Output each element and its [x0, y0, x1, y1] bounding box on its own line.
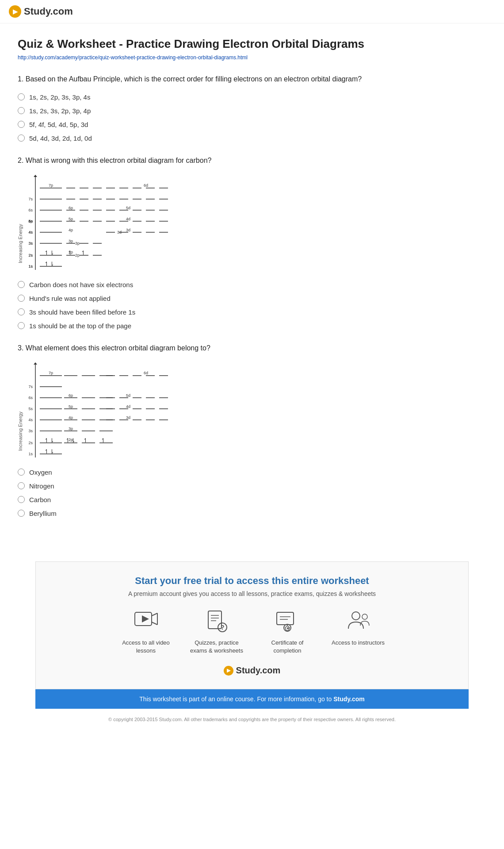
feature-quizzes: ? Quizzes, practice exams & worksheets: [190, 608, 243, 655]
certificate-label: Certificate of completion: [261, 639, 314, 655]
svg-point-177: [362, 614, 367, 619]
svg-text:6d: 6d: [144, 183, 148, 188]
svg-text:1s: 1s: [28, 264, 33, 269]
option-label: 5d, 4d, 3d, 2d, 1d, 0d: [29, 134, 92, 142]
orbital-diagram-wrapper-2: Increasing Energy 1s ↿ ⇂ 2s ↿ ⇂: [18, 362, 380, 460]
svg-text:3s: 3s: [28, 241, 33, 246]
svg-text:6d: 6d: [144, 371, 148, 375]
option-label: 1s should be at the top of the page: [29, 322, 131, 330]
svg-marker-159: [142, 615, 149, 622]
option-label: Oxygen: [29, 469, 52, 476]
svg-text:4p: 4p: [69, 228, 73, 232]
svg-text:⇂: ⇂: [71, 437, 76, 444]
svg-text:4d: 4d: [126, 217, 130, 221]
certificate-icon: ★: [274, 608, 301, 634]
svg-text:2s: 2s: [28, 441, 33, 445]
list-item[interactable]: Carbon: [18, 496, 380, 503]
page-title: Quiz & Worksheet - Practice Drawing Elec…: [18, 37, 380, 52]
svg-text:3p: 3p: [69, 239, 73, 243]
svg-text:2s: 2s: [28, 253, 33, 257]
radio-button[interactable]: [18, 93, 25, 100]
radio-button[interactable]: [18, 510, 25, 517]
option-label: 1s, 2s, 3s, 2p, 3p, 4p: [29, 107, 91, 115]
radio-button[interactable]: [18, 482, 25, 489]
svg-line-160: [152, 613, 157, 616]
option-label: 3s should have been filled before 1s: [29, 308, 135, 316]
svg-text:3p: 3p: [69, 426, 73, 431]
svg-text:5s: 5s: [28, 219, 33, 223]
svg-text:6s: 6s: [28, 208, 33, 212]
list-item[interactable]: Carbon does not have six electrons: [18, 281, 380, 288]
radio-button[interactable]: [18, 121, 25, 128]
footer-logo-text: Study.com: [236, 665, 281, 676]
svg-text:⇂: ⇂: [50, 250, 54, 256]
list-item[interactable]: 1s should be at the top of the page: [18, 322, 380, 330]
option-label: Beryllium: [29, 510, 57, 517]
svg-text:5p: 5p: [69, 404, 73, 409]
svg-text:3p: 3p: [75, 241, 80, 246]
orbital-diagram-wrapper: Increasing Energy 1s ↿ ⇂ 2s ↿: [18, 175, 380, 272]
option-label: Nitrogen: [29, 482, 54, 490]
svg-rect-164: [208, 611, 221, 629]
footer-banner: Start your free trial to access this ent…: [35, 561, 469, 689]
logo-text: Study.com: [24, 6, 73, 17]
svg-text:↿: ↿: [44, 261, 49, 267]
question-2: 2. What is wrong with this electron orbi…: [18, 155, 380, 330]
features-row: Access to all video lessons ? Quizzes, p…: [53, 608, 451, 655]
question-1-options: 1s, 2s, 2p, 3s, 3p, 4s 1s, 2s, 3s, 2p, 3…: [18, 93, 380, 142]
instructor-icon: [345, 608, 371, 634]
svg-text:↿: ↿: [44, 448, 49, 455]
question-3-text: 3. What element does this electron orbit…: [18, 343, 380, 353]
svg-text:↿: ↿: [101, 437, 106, 444]
question-2-options: Carbon does not have six electrons Hund'…: [18, 281, 380, 330]
svg-text:3s: 3s: [28, 429, 33, 433]
radio-button[interactable]: [18, 496, 25, 503]
option-label: 1s, 2s, 2p, 3s, 3p, 4s: [29, 93, 90, 101]
quiz-icon: ?: [203, 608, 230, 634]
list-item[interactable]: 3s should have been filled before 1s: [18, 308, 380, 316]
list-item[interactable]: 1s, 2s, 3s, 2p, 3p, 4p: [18, 107, 380, 115]
cta-bar[interactable]: This worksheet is part of an online cour…: [35, 689, 469, 709]
feature-video: Access to all video lessons: [119, 608, 172, 655]
list-item[interactable]: Nitrogen: [18, 482, 380, 490]
svg-text:1s: 1s: [28, 452, 33, 456]
svg-text:7s: 7s: [28, 197, 33, 201]
svg-text:4p: 4p: [69, 415, 73, 420]
radio-button[interactable]: [18, 322, 25, 329]
radio-button[interactable]: [18, 107, 25, 114]
list-item[interactable]: 5d, 4d, 3d, 2d, 1d, 0d: [18, 134, 380, 142]
radio-button[interactable]: [18, 281, 25, 288]
svg-text:3d: 3d: [126, 415, 130, 420]
cta-link[interactable]: Study.com: [333, 695, 365, 703]
radio-button[interactable]: [18, 134, 25, 142]
radio-button[interactable]: [18, 469, 25, 476]
feature-instructors: Access to instructors: [332, 608, 385, 655]
option-label: Carbon: [29, 496, 51, 503]
list-item[interactable]: 5f, 4f, 5d, 4d, 5p, 3d: [18, 121, 380, 128]
svg-text:5s: 5s: [28, 407, 33, 411]
svg-text:7s: 7s: [28, 384, 33, 389]
svg-text:4d: 4d: [126, 404, 130, 409]
list-item[interactable]: 1s, 2s, 2p, 3s, 3p, 4s: [18, 93, 380, 101]
option-label: Carbon does not have six electrons: [29, 281, 133, 288]
orbital-diagram-carbon: Increasing Energy 1s ↿ ⇂ 2s ↿: [18, 175, 380, 272]
svg-text:↿: ↿: [44, 250, 49, 256]
list-item[interactable]: Hund's rule was not applied: [18, 295, 380, 302]
orbital-diagram-question3: Increasing Energy 1s ↿ ⇂ 2s ↿ ⇂: [18, 362, 380, 460]
radio-button[interactable]: [18, 308, 25, 315]
radio-button[interactable]: [18, 295, 25, 302]
banner-title: Start your free trial to access this ent…: [53, 575, 451, 587]
cta-text: This worksheet is part of an online cour…: [139, 695, 364, 703]
logo[interactable]: ▶ Study.com: [9, 5, 73, 18]
main-content: Quiz & Worksheet - Practice Drawing Elec…: [0, 23, 398, 544]
page-url: http://study.com/academy/practice/quiz-w…: [18, 54, 380, 61]
svg-text:⇂: ⇂: [50, 448, 54, 455]
svg-text:7p: 7p: [49, 183, 53, 188]
svg-text:↿: ↿: [83, 437, 88, 444]
y-axis-label-2: Increasing Energy: [18, 362, 23, 451]
list-item[interactable]: Oxygen: [18, 469, 380, 476]
svg-text:5d: 5d: [126, 206, 130, 210]
question-2-text: 2. What is wrong with this electron orbi…: [18, 155, 380, 166]
list-item[interactable]: Beryllium: [18, 510, 380, 517]
svg-text:⇂: ⇂: [50, 437, 54, 444]
